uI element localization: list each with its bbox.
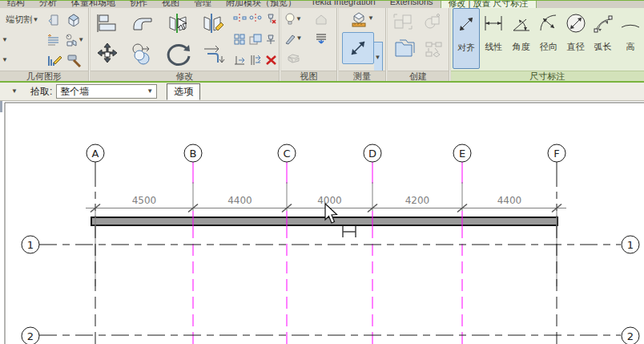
align-icon — [95, 12, 119, 34]
rotate-icon — [165, 42, 192, 67]
demolish-button[interactable] — [64, 51, 83, 70]
dimension-button-6[interactable]: 高 — [617, 8, 644, 69]
folders-icon — [392, 38, 418, 60]
hammer-icon — [66, 53, 82, 67]
create-assembly-button[interactable] — [420, 10, 445, 34]
panel-create: 创建 — [388, 8, 449, 81]
dimension-button-4[interactable]: 直径 — [562, 8, 590, 69]
copy-button[interactable] — [126, 39, 159, 70]
chevron-down-icon: ▼ — [296, 16, 302, 22]
dimension-button-5[interactable]: 弧长 — [590, 8, 617, 69]
delete-icon — [265, 55, 277, 66]
dimension-button-0[interactable]: 对齐 — [453, 8, 480, 69]
chevron-down-icon: ▼ — [296, 35, 303, 42]
dimension-settings-button[interactable]: ▼ — [350, 10, 374, 27]
trim-multi-icon — [249, 55, 262, 66]
split-element-button[interactable] — [162, 8, 195, 38]
drawing-area[interactable]: ABCDEF450044004000420044001122 — [0, 101, 644, 344]
tab-3[interactable]: 协作 — [123, 1, 155, 8]
move-button[interactable] — [91, 39, 124, 70]
dimension-value[interactable]: 4400 — [227, 195, 252, 206]
mirror-draw-axis-button[interactable] — [248, 8, 264, 28]
ribbon: 端切割 ▼ ▼ ▼ — [0, 8, 644, 81]
scale-icon — [249, 34, 262, 45]
offset-button[interactable] — [197, 39, 231, 70]
dimension-button-3[interactable]: 径向 — [535, 8, 562, 69]
join-geometry-button[interactable] — [64, 11, 83, 29]
rotate-button[interactable] — [162, 39, 195, 70]
tab-7[interactable]: Tekla Integration — [304, 1, 383, 8]
split-with-gap-button[interactable] — [197, 8, 231, 38]
align-button[interactable] — [91, 8, 124, 38]
trim-extend-multi-button[interactable] — [248, 50, 264, 70]
edit-profile-button[interactable] — [45, 51, 64, 70]
dimension-value[interactable]: 4200 — [405, 195, 430, 206]
linear-dim-icon — [483, 13, 504, 34]
grid-bubble-label: 1 — [27, 239, 34, 251]
cut-geometry-icon — [48, 14, 61, 26]
pin-icon — [265, 34, 276, 45]
mirror-pick-axis-button[interactable] — [232, 8, 248, 28]
array-icon — [234, 34, 247, 45]
grid-bubble-label: 2 — [627, 330, 634, 342]
dimension-value[interactable]: 4500 — [132, 195, 157, 206]
wall[interactable] — [91, 217, 557, 225]
dimension-button-label: 高 — [626, 41, 634, 53]
dimension-value[interactable]: 4400 — [497, 195, 522, 206]
cope-button[interactable] — [126, 8, 159, 38]
chevron-down-icon[interactable]: ▼ — [2, 37, 8, 43]
chevron-down-icon: ▼ — [147, 88, 153, 95]
scale-button[interactable] — [248, 29, 264, 49]
tab-6[interactable]: 附加模块（预览） — [219, 1, 304, 8]
tab-4[interactable]: 视图 — [155, 1, 187, 8]
create-similar-button[interactable] — [391, 36, 420, 62]
dimension-button-2[interactable]: 角度 — [508, 8, 535, 69]
split-gap-icon — [202, 12, 226, 34]
angle-dim-icon — [511, 13, 532, 34]
dimension-button-label: 角度 — [513, 41, 530, 53]
displace-elements-button[interactable] — [281, 48, 305, 67]
end-cut-button[interactable]: 端切割 ▼ — [0, 14, 45, 26]
unjoin-geometry-button[interactable]: ▼ — [63, 31, 87, 49]
mirror-pick-icon — [233, 13, 247, 23]
reveal-hidden-button[interactable]: ▼ — [281, 10, 305, 29]
grid-bubble-label: D — [368, 148, 376, 160]
override-graphics-button[interactable] — [309, 29, 333, 48]
workflow-icon — [425, 41, 444, 60]
grid-bubble-label: C — [283, 148, 290, 160]
linework-button[interactable]: ▼ — [281, 29, 305, 48]
brush-icon — [284, 33, 296, 45]
create-group-button[interactable] — [391, 10, 417, 34]
cope-icon — [131, 12, 155, 34]
array-button[interactable] — [232, 29, 248, 49]
unpin-button[interactable] — [264, 8, 279, 28]
tab-5[interactable]: 管理 — [187, 1, 219, 8]
wall-layers-button[interactable] — [44, 31, 63, 49]
tab-0[interactable]: 结构 — [0, 1, 32, 8]
panel-measure: ▼ ▼ 测量 — [339, 8, 385, 81]
pick-new-host-button[interactable] — [423, 38, 445, 63]
trim-extend-corner-button[interactable] — [232, 50, 248, 70]
pin-button[interactable] — [264, 29, 279, 49]
scroll-nub — [0, 101, 2, 112]
tab-8[interactable]: Extensions — [383, 1, 441, 8]
tab-2[interactable]: 体量和场地 — [64, 1, 123, 8]
tab-1[interactable]: 分析 — [32, 1, 64, 8]
type-selector-arrow-icon[interactable]: ▼ — [11, 88, 18, 95]
panel-label-dimension: 尺寸标注 — [451, 71, 644, 81]
tab-9[interactable]: 修改 | 放置 尺寸标注 — [441, 1, 537, 8]
chevron-down-icon[interactable]: ▼ — [2, 57, 8, 63]
delete-button[interactable] — [264, 50, 279, 70]
measure-dropdown[interactable]: ▼ — [374, 42, 383, 71]
measure-button[interactable] — [342, 32, 374, 64]
ribbon-tabstrip: 结构分析体量和场地协作视图管理附加模块（预览）Tekla Integration… — [0, 1, 644, 8]
dimension-value[interactable]: 4000 — [317, 195, 342, 206]
dimension-button-1[interactable]: 线性 — [480, 8, 507, 69]
cut-geometry-button[interactable] — [45, 11, 64, 29]
default-3d-view-button[interactable] — [309, 10, 333, 29]
grid-bubble-label: E — [459, 148, 465, 160]
cube-icon — [66, 13, 81, 26]
pick-select[interactable]: 整个墙 ▼ — [56, 84, 157, 99]
options-button[interactable]: 选项 — [167, 83, 200, 100]
grid-bubble-label: B — [190, 148, 197, 160]
